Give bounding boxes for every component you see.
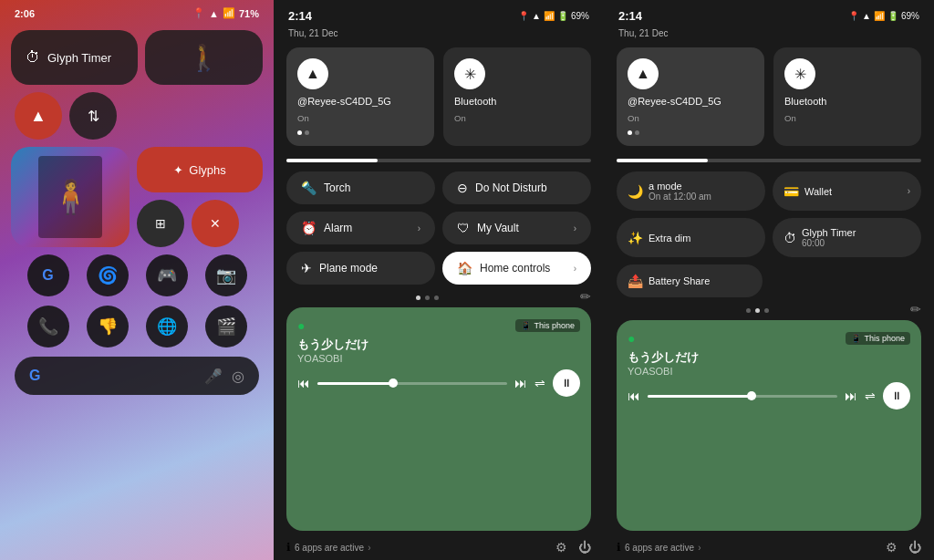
- status-icons-3: 📍 ▲ 📶 🔋 69%: [848, 11, 919, 21]
- signal-icon: 📶: [223, 7, 235, 19]
- phone-small-icon-3: 📱: [851, 334, 861, 343]
- gt-time: 60:00: [802, 238, 856, 248]
- wifi-tile-3[interactable]: ▲ @Reyee-sC4DD_5G On: [617, 47, 764, 146]
- games-app[interactable]: 🎮: [146, 254, 188, 296]
- figure-icon: 🚶: [188, 43, 220, 73]
- wallet-btn[interactable]: 💳 Wallet ›: [773, 171, 921, 211]
- wifi-icon: ▲: [209, 8, 219, 19]
- settings-icon-3[interactable]: ⚙: [886, 540, 898, 555]
- status-time: 2:06: [15, 8, 35, 19]
- phone-icon: 📞: [38, 316, 58, 337]
- vault-label: My Vault: [477, 222, 519, 234]
- games-icon: 🎮: [157, 265, 177, 285]
- edit-icon[interactable]: ✏: [580, 289, 591, 304]
- mode-info: a mode On at 12:00 am: [649, 181, 711, 202]
- search-bar[interactable]: G 🎤 ◎: [15, 357, 259, 395]
- prev-btn[interactable]: ⏮: [297, 376, 310, 390]
- shuffle-btn[interactable]: ⇌: [534, 376, 545, 390]
- dim-icon: ✨: [628, 231, 643, 245]
- media-player-3: ● 📱 This phone もう少しだけ YOASOBI ⏮ ⏭ ⇌ ⏸: [617, 320, 921, 531]
- ctrl-row-3-1: 🌙 a mode On at 12:00 am 💳 Wallet ›: [617, 171, 921, 211]
- camera-icon: 📷: [216, 265, 236, 285]
- dot-3-2: [635, 130, 639, 135]
- wallet-label: Wallet: [804, 186, 832, 197]
- prev-btn-3[interactable]: ⏮: [628, 389, 640, 403]
- wallet-icon: 💳: [784, 184, 799, 199]
- play-pause-btn-3[interactable]: ⏸: [883, 382, 910, 410]
- qr-icon: ⊞: [155, 216, 166, 231]
- this-phone-label: This phone: [534, 321, 575, 330]
- bt-label-3: Bluetooth: [784, 95, 910, 108]
- camera-app[interactable]: 📷: [205, 254, 247, 296]
- video-app[interactable]: 🎬: [205, 306, 247, 347]
- home-arrow: ›: [574, 264, 576, 274]
- mode-btn[interactable]: 🌙 a mode On at 12:00 am: [617, 171, 765, 211]
- brightness-fill-3: [617, 159, 708, 162]
- power-icon[interactable]: ⏻: [578, 540, 591, 555]
- fans-app[interactable]: 🌀: [87, 254, 129, 296]
- bt-tile-3[interactable]: ✳ Bluetooth On: [773, 47, 921, 146]
- sig-icon: 📶: [544, 11, 555, 21]
- shuffle-btn-3[interactable]: ⇌: [865, 389, 876, 403]
- google-app[interactable]: G: [27, 254, 69, 296]
- page-dots-3: [604, 301, 910, 316]
- dot-2: [305, 130, 309, 135]
- glyphs-label: Glyphs: [189, 163, 225, 177]
- x-icon: ✕: [210, 216, 221, 231]
- alarm-btn[interactable]: ⏰ Alarm ›: [286, 212, 435, 244]
- next-btn-3[interactable]: ⏭: [845, 389, 857, 403]
- batt-share-label: Battery Share: [649, 275, 710, 286]
- browser-app[interactable]: 🌐: [146, 306, 188, 347]
- wifi-tile-icon: ▲: [297, 58, 328, 89]
- dots-row-3: ✏: [604, 301, 934, 316]
- progress-fill-3: [648, 395, 752, 398]
- spotify-icon-3: ●: [628, 331, 635, 346]
- bluetooth-tile[interactable]: ✳ Bluetooth On: [443, 47, 591, 146]
- brightness-fill: [286, 159, 378, 162]
- bt-symbol: ✳: [464, 66, 476, 83]
- media-progress[interactable]: [317, 382, 507, 385]
- bottom-status-2: ℹ 6 apps are active › ⚙ ⏻: [274, 534, 604, 560]
- home-ctrl-btn[interactable]: 🏠 Home controls ›: [442, 252, 591, 285]
- phone-quick-settings-alt: 2:14 📍 ▲ 📶 🔋 69% Thu, 21 Dec ▲ @Reyee-sC…: [604, 0, 934, 560]
- qr-widget[interactable]: ⊞: [137, 200, 184, 247]
- battery-share-btn[interactable]: 📤 Battery Share: [617, 264, 763, 297]
- mic-icon[interactable]: 🎤: [204, 368, 223, 385]
- active-apps-text: 6 apps are active ›: [295, 543, 552, 553]
- glyph-timer-widget[interactable]: ⏱ Glyph Timer: [11, 30, 138, 85]
- arrows-icon: ⇅: [88, 108, 99, 125]
- wifi-widget[interactable]: ▲: [15, 92, 62, 140]
- close-widget[interactable]: ✕: [192, 200, 239, 247]
- extra-dim-btn[interactable]: ✨ Extra dim: [617, 218, 765, 257]
- phone-app[interactable]: 📞: [27, 306, 69, 347]
- status-bar-2: 2:14 📍 ▲ 📶 🔋 69%: [274, 0, 604, 28]
- home-icon: 🏠: [457, 261, 472, 275]
- plane-btn[interactable]: ✈ Plane mode: [286, 252, 435, 285]
- lens-icon[interactable]: ◎: [232, 368, 244, 385]
- glyphs-widget[interactable]: ✦ Glyphs: [137, 147, 263, 192]
- media-player-2: ● 📱 This phone もう少しだけ YOASOBI ⏮ ⏭ ⇌ ⏸: [286, 307, 591, 531]
- play-pause-btn-2[interactable]: ⏸: [553, 369, 580, 397]
- arrows-widget[interactable]: ⇅: [69, 92, 117, 140]
- media-progress-3[interactable]: [648, 395, 837, 398]
- edit-icon-3[interactable]: ✏: [910, 302, 921, 316]
- dnd-btn[interactable]: ⊖ Do Not Disturb: [442, 171, 591, 204]
- torch-btn[interactable]: 🔦 Torch: [286, 171, 435, 204]
- sig-icon-3: 📶: [874, 11, 885, 21]
- ctrl-row-3-2: ✨ Extra dim ⏱ Glyph Timer 60:00: [617, 218, 921, 257]
- wifi-icon: ▲: [532, 11, 541, 21]
- alarm-icon: ⏰: [301, 221, 317, 235]
- thumb-app[interactable]: 👎: [87, 306, 129, 347]
- glyph-timer-btn[interactable]: ⏱ Glyph Timer 60:00: [773, 218, 921, 257]
- album-silhouette: 🧍: [38, 156, 102, 238]
- active-arrow: ›: [368, 543, 370, 553]
- brightness-bar[interactable]: [286, 159, 591, 162]
- settings-icon[interactable]: ⚙: [555, 540, 567, 555]
- widget-row-2: ▲ ⇅: [11, 92, 263, 140]
- vault-btn[interactable]: 🛡 My Vault ›: [442, 212, 591, 244]
- next-btn[interactable]: ⏭: [514, 376, 527, 390]
- power-icon-3[interactable]: ⏻: [908, 540, 921, 555]
- wifi-tile[interactable]: ▲ @Reyee-sC4DD_5G On: [286, 47, 434, 146]
- page-dots-2: [274, 288, 580, 304]
- brightness-bar-3[interactable]: [617, 159, 921, 162]
